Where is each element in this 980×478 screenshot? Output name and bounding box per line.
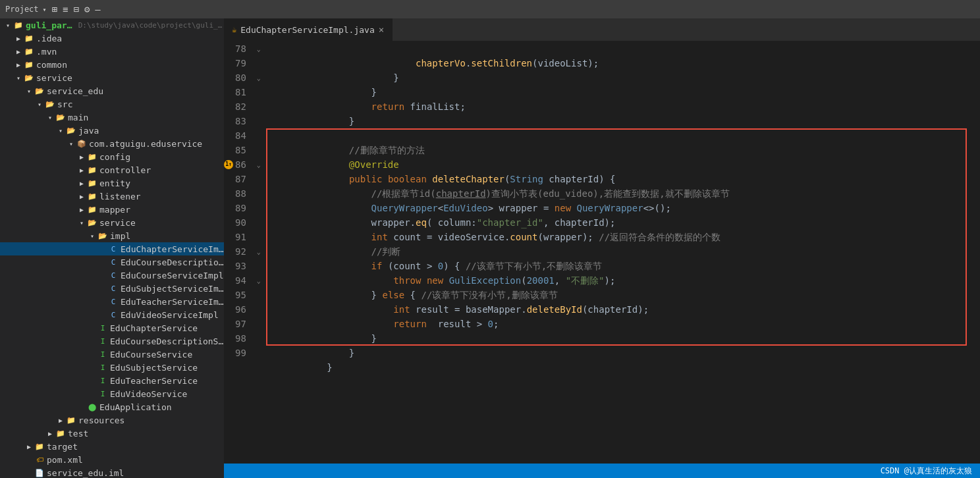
gutter-78: ⌄: [252, 41, 266, 56]
java-class-icon: C: [108, 311, 119, 319]
tab-EduChapterServiceImpl[interactable]: ☕ EduChapterServiceImpl.java ×: [224, 18, 393, 41]
code-line-81: return finalList;: [271, 85, 980, 99]
interface-icon: I: [97, 390, 108, 398]
resources-arrow: ▶: [55, 417, 66, 424]
sidebar-item-mvn[interactable]: ▶ 📁 .mvn: [0, 45, 224, 58]
fold-icon-78[interactable]: ⌄: [257, 45, 261, 53]
sidebar-item-EduChapterService[interactable]: I EduChapterService: [0, 321, 224, 334]
sidebar-item-target[interactable]: ▶ 📁 target: [0, 440, 224, 453]
ln-99: 99: [224, 346, 252, 360]
xml-file-icon: 🏷: [34, 456, 45, 464]
sidebar-item-EduSubjectService[interactable]: I EduSubjectService: [0, 361, 224, 374]
sidebar-item-main[interactable]: ▾ 📂 main: [0, 111, 224, 124]
java-class-icon: C: [108, 258, 119, 267]
gutter-83: [252, 114, 266, 128]
java-class-icon: C: [108, 284, 119, 293]
split-icon[interactable]: ⊟: [73, 4, 78, 14]
sidebar-item-common[interactable]: ▶ 📁 common: [0, 58, 224, 71]
list-icon[interactable]: ≡: [63, 4, 68, 14]
sidebar-item-test[interactable]: ▶ 📁 test: [0, 427, 224, 440]
interface-icon: I: [97, 350, 108, 359]
sidebar-item-service[interactable]: ▾ 📂 service: [0, 71, 224, 84]
fold-icon-92[interactable]: ⌄: [257, 248, 261, 255]
sidebar-item-entity[interactable]: ▶ 📁 entity: [0, 176, 224, 190]
editor-area: ☕ EduChapterServiceImpl.java × 78 79 80 …: [224, 18, 980, 478]
code-line-84: //删除章节的方法: [271, 128, 980, 143]
sidebar-item-EduApplication[interactable]: ⬤ EduApplication: [0, 400, 224, 413]
java-class-icon: C: [108, 271, 119, 280]
gutter-84: [252, 128, 266, 143]
target-arrow: ▶: [24, 443, 34, 450]
main-arrow: ▾: [45, 114, 55, 121]
ln-83: 83: [224, 114, 252, 128]
ln-96: 96: [224, 302, 252, 317]
sidebar-item-EduCourseService[interactable]: I EduCourseService: [0, 348, 224, 361]
java-class-icon: C: [108, 298, 119, 306]
expand-arrow: ▾: [3, 22, 13, 29]
folder-icon: 📁: [13, 21, 24, 30]
folder-open-icon: 📂: [97, 232, 108, 240]
fold-icon-80[interactable]: ⌄: [257, 74, 261, 82]
sidebar-item-package[interactable]: ▾ 📦 com.atguigu.eduservice: [0, 137, 224, 150]
code-text-area[interactable]: chapterVo.setChildren(videoList); } } re…: [266, 41, 980, 464]
sidebar-item-EduCourseDescriptionService[interactable]: I EduCourseDescriptionService: [0, 334, 224, 348]
folder-open-icon: 📂: [34, 87, 45, 95]
sidebar-item-EduTeacherServiceImpl[interactable]: C EduTeacherServiceImpl: [0, 295, 224, 308]
sidebar-item-java[interactable]: ▾ 📂 java: [0, 124, 224, 137]
gutter-91: [252, 230, 266, 244]
ln-92: 92: [224, 244, 252, 259]
folder-open-icon: 📂: [55, 113, 66, 122]
ln-87: 87: [224, 172, 252, 186]
common-arrow: ▶: [13, 61, 24, 68]
sidebar-item-config[interactable]: ▶ 📁 config: [0, 150, 224, 163]
tab-bar: ☕ EduChapterServiceImpl.java ×: [224, 18, 980, 41]
sidebar-item-listener[interactable]: ▶ 📁 listener: [0, 190, 224, 203]
code-editor[interactable]: 78 79 80 81 82 83 84 85 1↑ 86 87 88 89 9…: [224, 41, 980, 464]
sidebar-item-pom[interactable]: 🏷 pom.xml: [0, 453, 224, 466]
sidebar-item-src[interactable]: ▾ 📂 src: [0, 97, 224, 111]
folder-icon: 📁: [34, 442, 45, 451]
grid-icon[interactable]: ⊞: [52, 4, 57, 14]
gutter-90: [252, 215, 266, 230]
sidebar-item-EduChapterServiceImpl[interactable]: C EduChapterServiceImpl: [0, 242, 224, 255]
sidebar-item-EduCourseServiceImpl[interactable]: C EduCourseServiceImpl: [0, 269, 224, 282]
sidebar-item-EduSubjectServiceImpl[interactable]: C EduSubjectServiceImpl: [0, 282, 224, 295]
ln-97: 97: [224, 317, 252, 331]
gutter-82: [252, 99, 266, 114]
tree-root[interactable]: ▾ 📁 guli_parent D:\study\java\code\proje…: [0, 18, 224, 32]
sidebar-item-service-folder[interactable]: ▾ 📂 service: [0, 216, 224, 229]
sidebar-item-service-edu[interactable]: ▾ 📂 service_edu: [0, 84, 224, 97]
ln-88: 88: [224, 186, 252, 201]
settings-icon[interactable]: ⚙: [84, 4, 90, 14]
dropdown-arrow[interactable]: ▾: [43, 6, 47, 13]
sidebar-item-EduVideoServiceImpl[interactable]: C EduVideoServiceImpl: [0, 308, 224, 321]
minimize-icon[interactable]: —: [95, 4, 100, 14]
sidebar-item-EduTeacherService[interactable]: I EduTeacherService: [0, 374, 224, 387]
tab-close-button[interactable]: ×: [379, 24, 384, 35]
package-icon: 📦: [76, 140, 87, 148]
status-bar: CSDN @认真生活的灰太狼: [224, 464, 980, 478]
mapper-arrow: ▶: [76, 206, 87, 213]
folder-open-icon: 📂: [66, 126, 76, 135]
folder-icon: 📁: [24, 34, 34, 43]
gutter-92: ⌄: [252, 244, 266, 259]
sidebar-item-idea[interactable]: ▶ 📁 .idea: [0, 32, 224, 45]
ln-84: 84: [224, 128, 252, 143]
sidebar-item-mapper[interactable]: ▶ 📁 mapper: [0, 203, 224, 216]
code-line-83: [271, 114, 980, 128]
tab-file-icon: ☕: [232, 25, 236, 34]
sidebar-item-EduCourseDescriptionSer[interactable]: C EduCourseDescriptionSer...: [0, 255, 224, 269]
sidebar-item-resources[interactable]: ▶ 📁 resources: [0, 413, 224, 427]
sidebar-item-controller[interactable]: ▶ 📁 controller: [0, 163, 224, 176]
sidebar-item-EduVideoService[interactable]: I EduVideoService: [0, 387, 224, 400]
impl-arrow: ▾: [87, 232, 97, 240]
gutter-96: [252, 302, 266, 317]
gutter-80: ⌄: [252, 70, 266, 85]
java-class-icon: C: [108, 245, 119, 253]
ln-95: 95: [224, 288, 252, 302]
gutter-95: [252, 288, 266, 302]
sidebar-item-iml[interactable]: 📄 service_edu.iml: [0, 466, 224, 478]
fold-icon-86[interactable]: ⌄: [257, 161, 261, 169]
sidebar-item-impl[interactable]: ▾ 📂 impl: [0, 229, 224, 242]
fold-icon-94[interactable]: ⌄: [257, 277, 261, 284]
